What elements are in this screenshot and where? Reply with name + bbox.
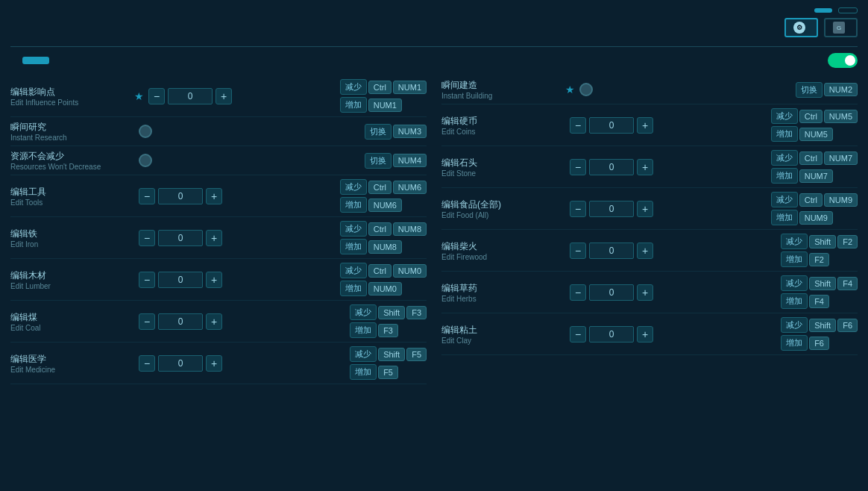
hotkey-key[interactable]: Shift bbox=[809, 277, 836, 290]
toggle-circle[interactable] bbox=[579, 83, 593, 96]
reduce-button[interactable]: 减少 bbox=[340, 79, 367, 95]
hotkey-key[interactable]: NUM1 bbox=[393, 81, 427, 94]
reduce-button[interactable]: 减少 bbox=[771, 108, 798, 124]
number-input[interactable] bbox=[589, 159, 634, 175]
hotkey-key[interactable]: F6 bbox=[809, 337, 829, 350]
hotkey-key[interactable]: NUM7 bbox=[799, 169, 833, 183]
number-input[interactable] bbox=[589, 326, 634, 343]
decrement-button[interactable]: − bbox=[570, 201, 586, 217]
number-input[interactable] bbox=[168, 88, 213, 104]
hotkey-key[interactable]: NUM2 bbox=[824, 83, 858, 96]
toggle-circle[interactable] bbox=[139, 125, 152, 138]
hotkey-key[interactable]: NUM3 bbox=[393, 125, 427, 138]
increment-button[interactable]: + bbox=[637, 243, 653, 259]
hotkey-key[interactable]: Ctrl bbox=[368, 181, 391, 194]
hotkey-key[interactable]: F4 bbox=[809, 295, 829, 308]
add-button[interactable]: 增加 bbox=[771, 168, 798, 184]
reduce-button[interactable]: 减少 bbox=[781, 317, 808, 333]
decrement-button[interactable]: − bbox=[570, 284, 586, 301]
reduce-button[interactable]: 减少 bbox=[340, 263, 367, 278]
number-input[interactable] bbox=[158, 355, 203, 372]
increment-button[interactable]: + bbox=[637, 117, 653, 134]
hotkey-key[interactable]: NUM0 bbox=[368, 282, 402, 295]
decrement-button[interactable]: − bbox=[139, 272, 155, 288]
add-button[interactable]: 增加 bbox=[781, 293, 808, 309]
hotkey-key[interactable]: F3 bbox=[378, 324, 398, 337]
hotkey-key[interactable]: F5 bbox=[406, 348, 427, 361]
hotkey-key[interactable]: NUM5 bbox=[824, 110, 858, 123]
increment-button[interactable]: + bbox=[206, 355, 222, 372]
hotkey-key[interactable]: F6 bbox=[837, 319, 858, 332]
reduce-button[interactable]: 减少 bbox=[771, 150, 798, 166]
hotkey-key[interactable]: NUM8 bbox=[393, 222, 427, 236]
decrement-button[interactable]: − bbox=[570, 159, 586, 175]
reduce-button[interactable]: 减少 bbox=[340, 221, 367, 237]
number-input[interactable] bbox=[158, 188, 203, 204]
hotkey-key[interactable]: Ctrl bbox=[368, 264, 391, 278]
number-input[interactable] bbox=[589, 284, 634, 301]
add-button[interactable]: 增加 bbox=[771, 126, 798, 142]
hotkey-key[interactable]: F2 bbox=[837, 235, 858, 248]
star-icon[interactable]: ★ bbox=[134, 90, 144, 102]
switch-button[interactable]: 切换 bbox=[796, 82, 823, 98]
hotkey-key[interactable]: F3 bbox=[406, 306, 427, 319]
decrement-button[interactable]: − bbox=[139, 313, 155, 330]
hotkey-key[interactable]: F5 bbox=[378, 366, 398, 379]
hotkey-key[interactable]: NUM7 bbox=[824, 151, 858, 165]
decrement-button[interactable]: − bbox=[139, 188, 155, 204]
reduce-button[interactable]: 减少 bbox=[781, 234, 808, 249]
add-button[interactable]: 增加 bbox=[781, 251, 808, 267]
reduce-button[interactable]: 减少 bbox=[350, 304, 377, 320]
increment-button[interactable]: + bbox=[206, 188, 222, 204]
hotkey-key[interactable]: F2 bbox=[809, 253, 829, 266]
platform-steam-button[interactable]: ⚙ bbox=[784, 18, 818, 37]
decrement-button[interactable]: − bbox=[139, 230, 155, 246]
increment-button[interactable]: + bbox=[206, 230, 222, 246]
add-button[interactable]: 增加 bbox=[340, 197, 367, 213]
hotkey-key[interactable]: NUM1 bbox=[368, 98, 402, 112]
hotkey-key[interactable]: NUM9 bbox=[799, 211, 833, 225]
hotkey-key[interactable]: Ctrl bbox=[368, 222, 391, 236]
decrement-button[interactable]: − bbox=[570, 243, 586, 259]
number-input[interactable] bbox=[589, 117, 634, 134]
toggle-circle[interactable] bbox=[139, 154, 152, 167]
hotkey-key[interactable]: Shift bbox=[809, 235, 836, 248]
hotkey-key[interactable]: Shift bbox=[378, 348, 405, 361]
increment-button[interactable]: + bbox=[216, 88, 232, 104]
hotkey-key[interactable]: Ctrl bbox=[799, 110, 823, 123]
switch-button[interactable]: 切换 bbox=[365, 153, 391, 169]
hotkey-key[interactable]: Shift bbox=[809, 319, 836, 332]
hotkey-key[interactable]: Ctrl bbox=[799, 151, 823, 165]
reduce-button[interactable]: 减少 bbox=[781, 275, 808, 291]
add-button[interactable]: 增加 bbox=[771, 210, 798, 225]
hotkey-key[interactable]: NUM6 bbox=[368, 198, 402, 212]
number-input[interactable] bbox=[589, 201, 634, 217]
number-input[interactable] bbox=[158, 313, 203, 330]
hotkey-key[interactable]: Ctrl bbox=[799, 193, 823, 207]
star-icon[interactable]: ★ bbox=[565, 84, 575, 96]
add-button[interactable]: 增加 bbox=[350, 322, 377, 338]
add-button[interactable]: 增加 bbox=[350, 364, 377, 380]
mode-normal-button[interactable] bbox=[814, 8, 832, 13]
decrement-button[interactable]: − bbox=[570, 326, 586, 343]
hotkey-toggle[interactable] bbox=[828, 53, 858, 68]
number-input[interactable] bbox=[158, 230, 203, 246]
hotkey-key[interactable]: NUM9 bbox=[824, 193, 858, 207]
decrement-button[interactable]: − bbox=[570, 117, 586, 134]
add-button[interactable]: 增加 bbox=[340, 239, 367, 254]
hotkey-key[interactable]: NUM4 bbox=[393, 154, 427, 167]
number-input[interactable] bbox=[158, 272, 203, 288]
hotkey-key[interactable]: NUM0 bbox=[393, 264, 427, 278]
switch-button[interactable]: 切换 bbox=[365, 124, 391, 140]
hotkey-key[interactable]: NUM5 bbox=[799, 128, 833, 141]
reduce-button[interactable]: 减少 bbox=[771, 192, 798, 207]
hotkey-key[interactable]: NUM8 bbox=[368, 240, 402, 254]
number-input[interactable] bbox=[589, 243, 634, 259]
reduce-button[interactable]: 减少 bbox=[340, 179, 367, 195]
decrement-button[interactable]: − bbox=[148, 88, 165, 104]
add-button[interactable]: 增加 bbox=[781, 335, 808, 351]
increment-button[interactable]: + bbox=[206, 313, 222, 330]
reduce-button[interactable]: 减少 bbox=[350, 346, 377, 362]
decrement-button[interactable]: − bbox=[139, 355, 155, 372]
increment-button[interactable]: + bbox=[637, 159, 653, 175]
